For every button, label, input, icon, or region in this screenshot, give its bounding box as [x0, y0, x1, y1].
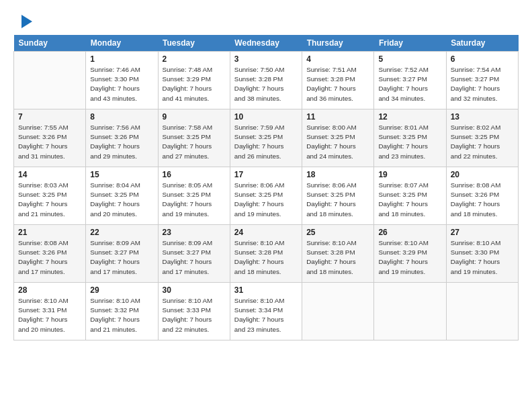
day-cell: 3Sunrise: 7:50 AMSunset: 3:28 PMDaylight…: [230, 52, 302, 109]
day-info: Sunrise: 8:10 AMSunset: 3:28 PMDaylight:…: [306, 238, 369, 277]
day-cell: 10Sunrise: 7:59 AMSunset: 3:25 PMDayligh…: [230, 109, 302, 167]
day-cell: 26Sunrise: 8:10 AMSunset: 3:29 PMDayligh…: [374, 225, 446, 283]
day-number: 5: [378, 54, 441, 64]
day-cell: 5Sunrise: 7:52 AMSunset: 3:27 PMDaylight…: [374, 52, 446, 109]
day-cell: 11Sunrise: 8:00 AMSunset: 3:25 PMDayligh…: [302, 109, 374, 167]
day-number: 16: [163, 170, 226, 179]
day-number: 31: [234, 285, 298, 295]
day-info: Sunrise: 8:09 AMSunset: 3:27 PMDaylight:…: [90, 238, 153, 277]
day-number: 13: [451, 112, 514, 122]
day-number: 12: [378, 112, 441, 122]
day-info: Sunrise: 8:03 AMSunset: 3:25 PMDaylight:…: [18, 181, 81, 219]
day-header-friday: Friday: [374, 35, 446, 52]
day-info: Sunrise: 8:10 AMSunset: 3:31 PMDaylight:…: [18, 296, 81, 334]
day-header-monday: Monday: [86, 35, 158, 52]
week-row-2: 14Sunrise: 8:03 AMSunset: 3:25 PMDayligh…: [14, 167, 519, 225]
day-number: 28: [18, 285, 81, 295]
day-number: 26: [378, 228, 441, 237]
day-cell: 22Sunrise: 8:09 AMSunset: 3:27 PMDayligh…: [86, 225, 158, 283]
day-number: 2: [163, 54, 226, 64]
day-info: Sunrise: 8:10 AMSunset: 3:33 PMDaylight:…: [163, 296, 226, 334]
day-info: Sunrise: 7:56 AMSunset: 3:26 PMDaylight:…: [90, 123, 153, 161]
day-cell: 6Sunrise: 7:54 AMSunset: 3:27 PMDaylight…: [446, 52, 518, 109]
day-cell: 28Sunrise: 8:10 AMSunset: 3:31 PMDayligh…: [14, 283, 86, 340]
day-info: Sunrise: 8:07 AMSunset: 3:25 PMDaylight:…: [378, 181, 441, 219]
logo: [13, 12, 35, 31]
day-cell: 4Sunrise: 7:51 AMSunset: 3:28 PMDaylight…: [302, 52, 374, 109]
day-info: Sunrise: 8:10 AMSunset: 3:28 PMDaylight:…: [234, 238, 298, 277]
day-cell: [14, 52, 86, 109]
day-number: 14: [18, 170, 81, 179]
day-cell: 30Sunrise: 8:10 AMSunset: 3:33 PMDayligh…: [158, 283, 230, 340]
day-number: 18: [306, 170, 369, 179]
calendar-table: SundayMondayTuesdayWednesdayThursdayFrid…: [13, 35, 519, 340]
day-info: Sunrise: 7:48 AMSunset: 3:29 PMDaylight:…: [163, 65, 226, 103]
day-cell: 20Sunrise: 8:08 AMSunset: 3:26 PMDayligh…: [446, 167, 518, 225]
day-info: Sunrise: 8:01 AMSunset: 3:25 PMDaylight:…: [378, 123, 441, 161]
day-info: Sunrise: 7:51 AMSunset: 3:28 PMDaylight:…: [306, 65, 369, 103]
day-info: Sunrise: 7:50 AMSunset: 3:28 PMDaylight:…: [234, 65, 298, 103]
day-number: 7: [18, 112, 81, 122]
day-cell: 21Sunrise: 8:08 AMSunset: 3:26 PMDayligh…: [14, 225, 86, 283]
day-info: Sunrise: 8:02 AMSunset: 3:25 PMDaylight:…: [451, 123, 514, 161]
week-row-4: 28Sunrise: 8:10 AMSunset: 3:31 PMDayligh…: [14, 283, 519, 340]
day-info: Sunrise: 8:08 AMSunset: 3:26 PMDaylight:…: [18, 238, 81, 277]
day-number: 8: [90, 112, 153, 122]
day-number: 3: [234, 54, 298, 64]
day-header-wednesday: Wednesday: [230, 35, 302, 52]
day-number: 25: [306, 228, 369, 237]
day-info: Sunrise: 8:05 AMSunset: 3:25 PMDaylight:…: [163, 181, 226, 219]
day-info: Sunrise: 8:10 AMSunset: 3:30 PMDaylight:…: [451, 238, 514, 277]
day-cell: 31Sunrise: 8:10 AMSunset: 3:34 PMDayligh…: [230, 283, 302, 340]
day-number: 30: [163, 285, 226, 295]
day-cell: 12Sunrise: 8:01 AMSunset: 3:25 PMDayligh…: [374, 109, 446, 167]
day-cell: 13Sunrise: 8:02 AMSunset: 3:25 PMDayligh…: [446, 109, 518, 167]
day-number: 21: [18, 228, 81, 237]
day-header-saturday: Saturday: [446, 35, 518, 52]
day-info: Sunrise: 7:54 AMSunset: 3:27 PMDaylight:…: [451, 65, 514, 103]
day-info: Sunrise: 8:08 AMSunset: 3:26 PMDaylight:…: [451, 181, 514, 219]
day-cell: 17Sunrise: 8:06 AMSunset: 3:25 PMDayligh…: [230, 167, 302, 225]
day-info: Sunrise: 8:10 AMSunset: 3:32 PMDaylight:…: [90, 296, 153, 334]
day-cell: 15Sunrise: 8:04 AMSunset: 3:25 PMDayligh…: [86, 167, 158, 225]
header-row: SundayMondayTuesdayWednesdayThursdayFrid…: [14, 35, 519, 52]
day-cell: 2Sunrise: 7:48 AMSunset: 3:29 PMDaylight…: [158, 52, 230, 109]
day-cell: 8Sunrise: 7:56 AMSunset: 3:26 PMDaylight…: [86, 109, 158, 167]
day-cell: 24Sunrise: 8:10 AMSunset: 3:28 PMDayligh…: [230, 225, 302, 283]
day-header-sunday: Sunday: [14, 35, 86, 52]
day-cell: 18Sunrise: 8:06 AMSunset: 3:25 PMDayligh…: [302, 167, 374, 225]
day-cell: 25Sunrise: 8:10 AMSunset: 3:28 PMDayligh…: [302, 225, 374, 283]
day-number: 23: [163, 228, 226, 237]
day-cell: 9Sunrise: 7:58 AMSunset: 3:25 PMDaylight…: [158, 109, 230, 167]
day-cell: 19Sunrise: 8:07 AMSunset: 3:25 PMDayligh…: [374, 167, 446, 225]
header: [13, 12, 519, 31]
day-info: Sunrise: 7:59 AMSunset: 3:25 PMDaylight:…: [234, 123, 298, 161]
day-header-tuesday: Tuesday: [158, 35, 230, 52]
logo-icon: [16, 12, 35, 31]
day-number: 20: [451, 170, 514, 179]
day-info: Sunrise: 7:58 AMSunset: 3:25 PMDaylight:…: [163, 123, 226, 161]
day-cell: [446, 283, 518, 340]
day-cell: 23Sunrise: 8:09 AMSunset: 3:27 PMDayligh…: [158, 225, 230, 283]
day-info: Sunrise: 8:09 AMSunset: 3:27 PMDaylight:…: [163, 238, 226, 277]
day-info: Sunrise: 7:46 AMSunset: 3:30 PMDaylight:…: [90, 65, 153, 103]
day-number: 19: [378, 170, 441, 179]
day-number: 24: [234, 228, 298, 237]
day-cell: 29Sunrise: 8:10 AMSunset: 3:32 PMDayligh…: [86, 283, 158, 340]
day-cell: 7Sunrise: 7:55 AMSunset: 3:26 PMDaylight…: [14, 109, 86, 167]
week-row-3: 21Sunrise: 8:08 AMSunset: 3:26 PMDayligh…: [14, 225, 519, 283]
day-info: Sunrise: 7:55 AMSunset: 3:26 PMDaylight:…: [18, 123, 81, 161]
day-number: 17: [234, 170, 298, 179]
day-cell: [302, 283, 374, 340]
day-info: Sunrise: 8:00 AMSunset: 3:25 PMDaylight:…: [306, 123, 369, 161]
week-row-0: 1Sunrise: 7:46 AMSunset: 3:30 PMDaylight…: [14, 52, 519, 109]
day-cell: 16Sunrise: 8:05 AMSunset: 3:25 PMDayligh…: [158, 167, 230, 225]
day-number: 1: [90, 54, 153, 64]
day-number: 29: [90, 285, 153, 295]
page: SundayMondayTuesdayWednesdayThursdayFrid…: [0, 0, 532, 411]
day-number: 15: [90, 170, 153, 179]
day-number: 9: [163, 112, 226, 122]
day-cell: 14Sunrise: 8:03 AMSunset: 3:25 PMDayligh…: [14, 167, 86, 225]
day-info: Sunrise: 8:06 AMSunset: 3:25 PMDaylight:…: [234, 181, 298, 219]
day-cell: 27Sunrise: 8:10 AMSunset: 3:30 PMDayligh…: [446, 225, 518, 283]
